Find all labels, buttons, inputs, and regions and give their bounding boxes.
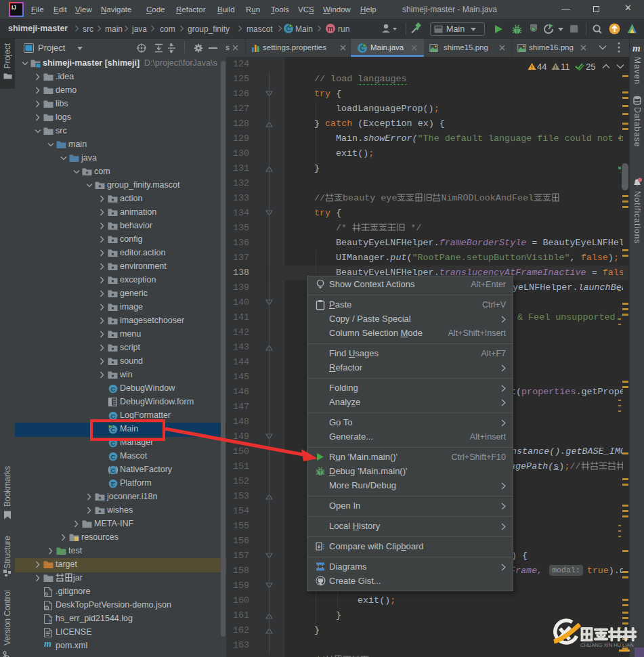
svg-text:m: m: [328, 25, 334, 33]
